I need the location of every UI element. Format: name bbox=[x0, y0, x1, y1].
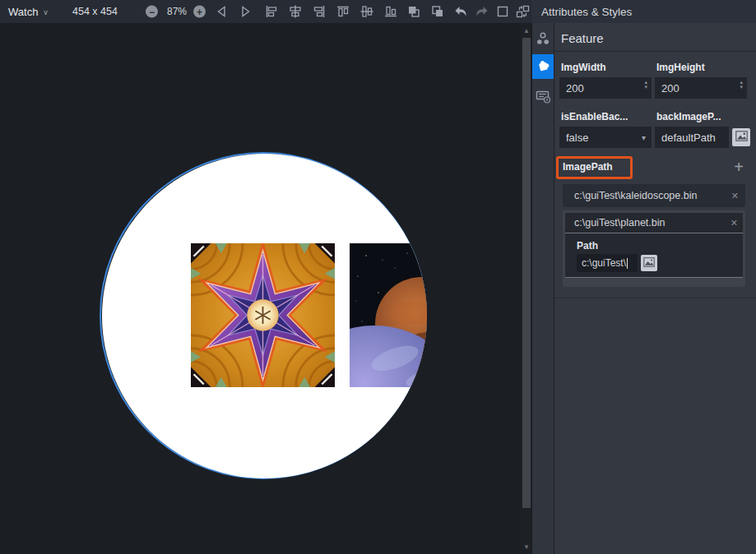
imagepath-file-text: c:\guiTest\planet.bin bbox=[574, 217, 730, 229]
undo-button[interactable] bbox=[453, 4, 468, 19]
text-cursor bbox=[627, 258, 628, 269]
imagepath-item-kaleidoscope[interactable]: c:\guiTest\kaleidoscope.bin ✕ bbox=[563, 184, 745, 207]
element-info-icon bbox=[536, 90, 551, 107]
imagepath-item-card: c:\guiTest\planet.bin ✕ Path c:\guiTest\ bbox=[565, 213, 743, 278]
undo-icon bbox=[454, 6, 468, 18]
watchface-circle[interactable] bbox=[102, 154, 427, 478]
kaleidoscope-image bbox=[191, 243, 335, 387]
zoom-level-label: 87% bbox=[162, 6, 192, 17]
isenableback-label: isEnableBac... bbox=[561, 111, 628, 122]
align-center-horizontal-button[interactable] bbox=[288, 4, 303, 19]
tab-element-info[interactable] bbox=[532, 87, 554, 108]
align-bottom-button[interactable] bbox=[383, 4, 398, 19]
plus-icon: + bbox=[197, 7, 202, 16]
add-imagepath-button[interactable]: + bbox=[729, 157, 749, 177]
spinner-arrows-icon[interactable]: ▴▾ bbox=[740, 80, 743, 90]
backimagepath-field[interactable]: defaultPath bbox=[655, 127, 729, 148]
tab-widgets-selected[interactable] bbox=[532, 54, 554, 79]
redo-icon bbox=[475, 6, 489, 18]
imgwidth-label: ImgWidth bbox=[561, 62, 606, 73]
imagepath-file-text: c:\guiTest\kaleidoscope.bin bbox=[574, 190, 731, 201]
selection-box-button[interactable] bbox=[495, 4, 510, 19]
design-canvas[interactable] bbox=[0, 23, 521, 554]
isenableback-dropdown[interactable]: false ▾ bbox=[559, 127, 652, 148]
path-input[interactable]: c:\guiTest\ bbox=[577, 254, 638, 272]
backimagepath-browse-button[interactable] bbox=[732, 128, 750, 146]
align-top-icon bbox=[336, 5, 350, 18]
align-left-button[interactable] bbox=[264, 4, 279, 19]
close-icon[interactable]: ✕ bbox=[730, 218, 738, 229]
chevron-down-icon: ∨ bbox=[43, 7, 49, 16]
divider bbox=[554, 298, 756, 298]
planet-image bbox=[350, 243, 427, 387]
tab-hierarchy[interactable] bbox=[532, 30, 554, 51]
image-placeholder-icon bbox=[643, 256, 655, 270]
toolbar: Watch ∨ 454 x 454 − 87% + bbox=[0, 0, 756, 23]
divider bbox=[554, 51, 756, 52]
attributes-styles-title: Attributes & Styles bbox=[541, 6, 632, 18]
scroll-up-arrow[interactable]: ▲ bbox=[521, 25, 532, 36]
imgwidth-spinner[interactable]: 200 ▴▾ bbox=[559, 77, 652, 99]
redo-button[interactable] bbox=[474, 4, 489, 19]
align-bottom-icon bbox=[384, 5, 397, 18]
next-button[interactable] bbox=[238, 4, 253, 19]
scroll-down-arrow[interactable]: ▼ bbox=[521, 541, 532, 552]
align-middle-vertical-button[interactable] bbox=[359, 4, 374, 19]
square-outline-icon bbox=[497, 6, 508, 17]
close-icon[interactable]: ✕ bbox=[731, 191, 739, 201]
align-center-horizontal-icon bbox=[289, 5, 302, 18]
path-label: Path bbox=[577, 240, 598, 252]
watch-mode-dropdown[interactable]: Watch ∨ bbox=[8, 6, 49, 18]
path-browse-button[interactable] bbox=[641, 255, 657, 271]
canvas-vertical-scrollbar: ▲ ▼ bbox=[521, 23, 532, 554]
backimagepath-value: defaultPath bbox=[661, 132, 716, 144]
scrollbar-thumb[interactable] bbox=[522, 38, 531, 508]
bring-forward-icon bbox=[407, 5, 420, 18]
chevron-down-icon: ▾ bbox=[642, 133, 646, 142]
send-backward-button[interactable] bbox=[430, 4, 445, 19]
zoom-out-button[interactable]: − bbox=[146, 6, 158, 18]
imgwidth-value: 200 bbox=[566, 82, 584, 95]
feature-section-title: Feature bbox=[561, 31, 604, 45]
attributes-panel: Feature ImgWidth ImgHeight 200 ▴▾ 200 ▴▾… bbox=[554, 23, 756, 554]
previous-button[interactable] bbox=[215, 4, 230, 19]
imgheight-spinner[interactable]: 200 ▴▾ bbox=[655, 77, 747, 99]
kaleidoscope-image-widget[interactable] bbox=[191, 243, 335, 387]
align-top-button[interactable] bbox=[336, 4, 350, 19]
path-editor-row: c:\guiTest\ bbox=[577, 254, 657, 272]
puzzle-icon bbox=[536, 58, 550, 76]
swap-elements-button[interactable] bbox=[515, 4, 530, 19]
imgheight-value: 200 bbox=[661, 82, 679, 95]
imagepath-label: ImagePath bbox=[563, 161, 613, 173]
triangle-left-icon bbox=[216, 5, 229, 18]
minus-icon: − bbox=[149, 7, 155, 16]
planet-image-widget[interactable] bbox=[350, 243, 427, 387]
align-right-icon bbox=[313, 5, 326, 18]
watch-mode-label: Watch bbox=[8, 6, 38, 18]
canvas-size-label: 454 x 454 bbox=[72, 6, 118, 17]
send-backward-icon bbox=[431, 5, 444, 18]
watch-designer-app: Watch ∨ 454 x 454 − 87% + bbox=[0, 0, 756, 554]
spinner-arrows-icon[interactable]: ▴▾ bbox=[644, 80, 647, 90]
swap-icon bbox=[516, 5, 530, 18]
align-left-icon bbox=[265, 5, 278, 18]
isenableback-value: false bbox=[566, 132, 588, 144]
triangle-right-icon bbox=[239, 5, 252, 18]
align-right-button[interactable] bbox=[312, 4, 327, 19]
bring-forward-button[interactable] bbox=[406, 4, 421, 19]
path-value: c:\guiTest\ bbox=[582, 257, 626, 269]
imgheight-label: ImgHeight bbox=[656, 62, 705, 73]
backimagepath-label: backImageP... bbox=[656, 111, 721, 122]
hierarchy-icon bbox=[536, 31, 550, 49]
imagepath-item-planet-expanded[interactable]: c:\guiTest\planet.bin ✕ Path c:\guiTest\ bbox=[563, 210, 745, 287]
main-area: ▲ ▼ Feature ImgWidth ImgHeight 200 bbox=[0, 23, 756, 554]
panel-tab-strip bbox=[532, 23, 554, 554]
imagepath-item-header[interactable]: c:\guiTest\planet.bin ✕ bbox=[565, 213, 743, 233]
image-placeholder-icon bbox=[735, 130, 748, 145]
zoom-in-button[interactable]: + bbox=[193, 6, 206, 18]
align-middle-vertical-icon bbox=[360, 5, 373, 18]
